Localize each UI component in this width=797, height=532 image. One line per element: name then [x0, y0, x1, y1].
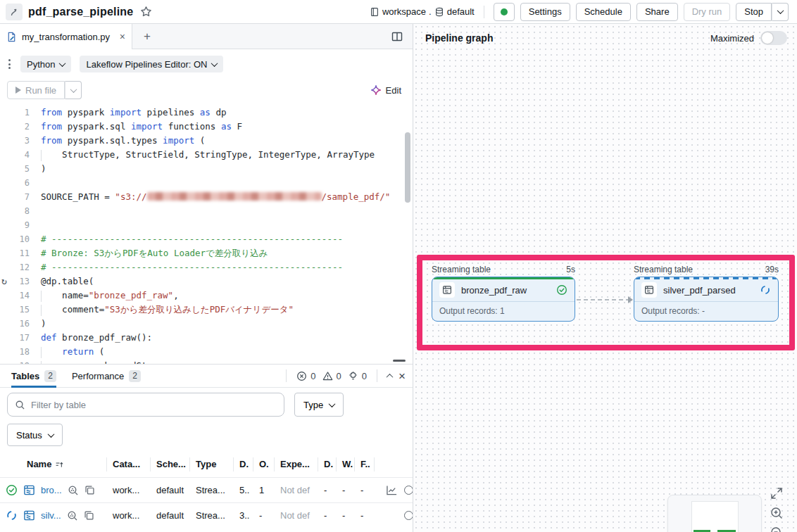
- settings-button[interactable]: Settings: [520, 3, 570, 21]
- zoom-out-icon[interactable]: [770, 526, 784, 532]
- zoom-in-icon[interactable]: [770, 506, 784, 520]
- line-number: 18: [0, 345, 30, 359]
- code-line[interactable]: 9: [0, 218, 413, 232]
- type-filter-button[interactable]: Type: [294, 393, 344, 417]
- column-f[interactable]: F..: [355, 457, 375, 471]
- column-type[interactable]: Type: [190, 457, 234, 471]
- copy-icon[interactable]: [84, 510, 94, 521]
- column-expectations[interactable]: Expe...: [275, 457, 318, 471]
- close-panel-icon[interactable]: ×: [398, 370, 406, 382]
- workspace-breadcrumb[interactable]: workspace . default: [370, 6, 475, 17]
- catalog-explore-icon[interactable]: [67, 510, 78, 521]
- line-number: 14: [0, 289, 30, 303]
- errors-icon[interactable]: [296, 371, 307, 381]
- code-line[interactable]: 14 name="bronze_pdf_raw",: [0, 289, 413, 303]
- hints-icon[interactable]: [348, 371, 358, 381]
- code-line[interactable]: 19 spark.readStream: [0, 359, 413, 364]
- code-line[interactable]: 2from pyspark.sql import functions as F: [0, 120, 413, 134]
- table-row[interactable]: bro... work... default Strea... 5.. 1 No…: [0, 477, 413, 502]
- column-w[interactable]: W.: [337, 457, 355, 471]
- code-line[interactable]: 10# ------------------------------------…: [0, 232, 413, 246]
- pipeline-status-button[interactable]: [494, 3, 515, 21]
- graph-minimap[interactable]: [667, 495, 762, 532]
- code-line[interactable]: 1from pyspark import pipelines as dp: [0, 106, 413, 120]
- dry-run-button[interactable]: Dry run: [684, 3, 731, 21]
- collapse-panel-icon[interactable]: [387, 374, 392, 379]
- column-o[interactable]: O.: [253, 457, 275, 471]
- column-name[interactable]: Name: [0, 457, 107, 471]
- copy-icon[interactable]: [84, 485, 95, 495]
- table-filter-input-wrap[interactable]: [7, 393, 284, 417]
- line-number: 11: [0, 246, 30, 260]
- run-flow-gutter-icon[interactable]: ↻: [1, 274, 13, 289]
- graph-node-bronze-pdf-raw[interactable]: bronze_pdf_raw Output records: 1: [432, 277, 575, 322]
- page-title: pdf_parse_pipeline: [28, 6, 133, 18]
- code-line[interactable]: ↻13@dp.table(: [0, 274, 413, 289]
- editor-vertical-scrollbar[interactable]: [405, 132, 410, 203]
- tab-performance[interactable]: Performance 2: [72, 365, 141, 388]
- code-line[interactable]: 6: [0, 176, 413, 190]
- search-icon: [15, 400, 25, 410]
- editor-horizontal-scrollbar[interactable]: [393, 360, 406, 362]
- tables-table: Name Cata... Sche... Type D. O. Expe... …: [0, 452, 413, 528]
- table-name-link[interactable]: silv...: [41, 510, 61, 521]
- favorite-star-icon[interactable]: [140, 6, 152, 18]
- column-d1[interactable]: D.: [234, 457, 253, 471]
- code-line[interactable]: 15 comment="S3から差分取り込みしたPDFバイナリデータ": [0, 303, 413, 317]
- clipped-action-icon[interactable]: [404, 511, 413, 520]
- code-editor[interactable]: 1from pyspark import pipelines as dp2fro…: [0, 103, 413, 364]
- line-number: 5: [0, 162, 30, 176]
- code-line[interactable]: 16): [0, 317, 413, 331]
- code-line[interactable]: 11# Bronze: S3からPDFをAuto Loaderで差分取り込み: [0, 246, 413, 260]
- code-line[interactable]: 7SOURCE_PATH = "s3:///sample_pdf/": [0, 190, 413, 204]
- cell-schema: default: [151, 485, 190, 495]
- tab-close-icon[interactable]: ×: [120, 32, 125, 42]
- code-line[interactable]: 4 StructType, StructField, StringType, I…: [0, 148, 413, 162]
- code-line[interactable]: 5): [0, 162, 413, 176]
- code-line[interactable]: 12# ------------------------------------…: [0, 260, 413, 274]
- new-tab-button[interactable]: +: [140, 30, 154, 44]
- run-options-button[interactable]: [65, 81, 82, 99]
- column-catalog[interactable]: Cata...: [107, 457, 151, 471]
- redacted-text: [147, 192, 322, 201]
- assistant-edit-button[interactable]: Edit: [370, 84, 401, 96]
- share-button[interactable]: Share: [636, 3, 678, 21]
- lakeflow-editor-toggle[interactable]: Lakeflow Pipelines Editor: ON: [80, 56, 223, 72]
- tab-tables[interactable]: Tables 2: [11, 365, 56, 388]
- fit-to-screen-icon[interactable]: [770, 486, 784, 500]
- pipeline-graph-panel[interactable]: Pipeline graph Maximized Streaming table…: [413, 24, 797, 532]
- column-actions: [375, 457, 403, 471]
- table-row[interactable]: silv... work... default Strea... 3.. - N…: [0, 502, 413, 528]
- language-label: Python: [27, 59, 55, 70]
- code-line[interactable]: 17def bronze_pdf_raw():: [0, 331, 413, 345]
- run-file-button[interactable]: Run file: [7, 81, 65, 99]
- kebab-menu-icon[interactable]: [7, 56, 12, 72]
- clipped-action-icon[interactable]: [404, 486, 413, 495]
- cell-w: -: [337, 510, 355, 521]
- maximized-toggle[interactable]: [760, 31, 787, 45]
- tab-my-transformation[interactable]: my_transformation.py ×: [0, 24, 132, 49]
- chevron-down-icon: [47, 431, 54, 438]
- code-line[interactable]: 3from pyspark.sql.types import (: [0, 134, 413, 148]
- chevron-down-icon: [777, 7, 784, 14]
- stop-button[interactable]: Stop: [736, 3, 772, 21]
- stop-dropdown-button[interactable]: [772, 3, 789, 21]
- graph-controls: [770, 486, 784, 532]
- status-filter-button[interactable]: Status: [7, 424, 63, 446]
- split-view-icon[interactable]: [391, 31, 403, 42]
- warnings-icon[interactable]: [322, 371, 333, 381]
- node-type-label: Streaming table: [432, 265, 491, 275]
- table-name-link[interactable]: bro...: [41, 485, 62, 495]
- code-line[interactable]: 18 return (: [0, 345, 413, 359]
- table-filter-input[interactable]: [31, 400, 277, 410]
- column-d2[interactable]: D.: [318, 457, 337, 471]
- code-line[interactable]: 8: [0, 204, 413, 218]
- pipeline-app-icon: [6, 4, 23, 20]
- schedule-button[interactable]: Schedule: [576, 3, 631, 21]
- graph-node-silver-pdf-parsed[interactable]: silver_pdf_parsed Output records: -: [634, 277, 779, 322]
- language-selector[interactable]: Python: [20, 56, 71, 72]
- metrics-chart-icon[interactable]: [386, 485, 398, 495]
- column-schema[interactable]: Sche...: [151, 457, 190, 471]
- catalog-explore-icon[interactable]: [68, 485, 79, 496]
- node-name: bronze_pdf_raw: [461, 285, 550, 296]
